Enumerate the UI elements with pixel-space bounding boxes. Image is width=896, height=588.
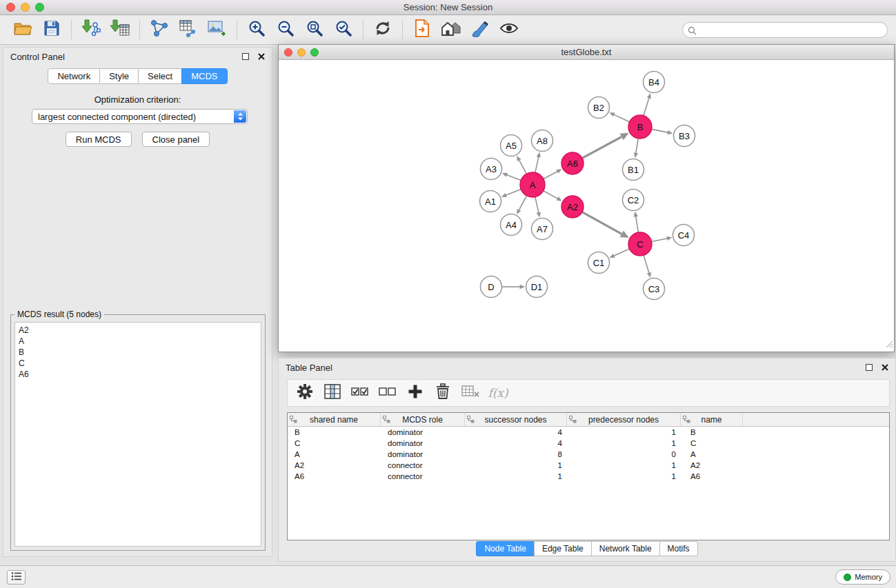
node-table-header: shared nameMCDS rolesuccessor nodesprede… — [288, 413, 889, 427]
float-panel-icon[interactable] — [242, 53, 249, 60]
add-entry-button[interactable] — [405, 383, 426, 403]
graph-edge-A-A6[interactable] — [544, 172, 557, 179]
import-network-button[interactable] — [77, 17, 106, 42]
column-header-name[interactable]: name — [681, 413, 743, 426]
float-table-panel-icon[interactable] — [866, 364, 873, 371]
show-columns-button[interactable] — [322, 383, 343, 403]
column-header-predecessor-nodes[interactable]: predecessor nodes — [567, 413, 681, 426]
graph-edge-A-A2[interactable] — [544, 191, 557, 199]
tab-network[interactable]: Network — [48, 68, 100, 84]
show-hide-graphics-button[interactable] — [495, 17, 524, 42]
column-header-MCDS-role[interactable]: MCDS role — [381, 413, 465, 426]
close-table-panel-icon[interactable] — [882, 364, 888, 371]
tab-style[interactable]: Style — [99, 68, 139, 84]
delete-entry-button[interactable] — [432, 383, 453, 403]
graph-edge-A6-B[interactable] — [582, 137, 621, 159]
open-report-button[interactable] — [408, 17, 437, 42]
graph-edge-A-A7[interactable] — [535, 197, 539, 212]
zoom-fit-button[interactable] — [300, 17, 329, 42]
graph-edge-A-A1[interactable] — [506, 190, 521, 195]
graph-edge-A2-C[interactable] — [582, 212, 621, 234]
home-button[interactable] — [437, 17, 466, 42]
zoom-selected-button[interactable] — [329, 17, 358, 42]
graph-edge-A-A3[interactable] — [507, 175, 521, 181]
graph-edge-A-A5[interactable] — [519, 161, 527, 174]
tab-edge-table[interactable]: Edge Table — [534, 541, 592, 556]
resize-grip-icon[interactable] — [886, 338, 893, 351]
table-panel: Table Panel f(x) shared nameMCDS r — [278, 358, 896, 562]
graph-node-label: A8 — [537, 136, 548, 146]
dropdown-stepper-icon[interactable] — [234, 110, 246, 123]
minimize-window-icon[interactable] — [21, 3, 30, 12]
graph-edge-C-C2[interactable] — [636, 216, 639, 232]
network-canvas[interactable]: B4B2BB3A8A5A6A3B1AC2A1A2A4A7C4CC1DD1C3 — [279, 60, 894, 352]
table-row[interactable]: A2connector11A2 — [288, 460, 889, 471]
column-header-filler — [743, 413, 889, 426]
graph-edge-C-C3[interactable] — [644, 255, 649, 272]
table-cell: 1 — [567, 428, 681, 436]
graph-edge-A-A8[interactable] — [535, 157, 539, 172]
mcds-result-item[interactable]: A — [19, 336, 257, 347]
close-network-window-icon[interactable] — [284, 48, 292, 57]
graph-edge-B-B3[interactable] — [652, 129, 668, 132]
network-from-table-button[interactable] — [174, 17, 203, 42]
deselect-all-button[interactable] — [377, 383, 398, 403]
graph-edge-A-A4[interactable] — [519, 196, 527, 210]
tab-select[interactable]: Select — [138, 68, 182, 84]
close-panel-button[interactable]: Close panel — [142, 132, 210, 147]
function-builder-button[interactable]: f(x) — [488, 383, 508, 403]
show-panel-menu-button[interactable] — [7, 570, 26, 585]
style-brush-button[interactable] — [466, 17, 495, 42]
run-mcds-button[interactable]: Run MCDS — [66, 132, 132, 147]
graph-edge-C-C4[interactable] — [652, 239, 667, 242]
column-header-label: name — [701, 415, 721, 425]
table-row[interactable]: Cdominator41C — [288, 438, 889, 449]
mcds-result-item[interactable]: A6 — [19, 369, 257, 380]
mcds-result-item[interactable]: B — [19, 347, 257, 358]
column-header-successor-nodes[interactable]: successor nodes — [465, 413, 567, 426]
table-cell: 8 — [465, 450, 567, 458]
mcds-result-item[interactable]: A2 — [19, 325, 257, 336]
criterion-dropdown[interactable]: largest connected component (directed) — [32, 109, 248, 124]
toolbar-separator — [237, 20, 237, 39]
tab-mcds[interactable]: MCDS — [181, 68, 227, 84]
network-canvas-svg[interactable]: B4B2BB3A8A5A6A3B1AC2A1A2A4A7C4CC1DD1C3 — [279, 60, 894, 352]
zoom-window-icon[interactable] — [35, 3, 44, 12]
tab-node-table[interactable]: Node Table — [476, 541, 535, 556]
mcds-result-item[interactable]: C — [19, 358, 257, 369]
zoom-out-button[interactable] — [271, 17, 300, 42]
zoom-network-window-icon[interactable] — [310, 48, 319, 57]
close-window-icon[interactable] — [6, 3, 15, 12]
minimize-network-window-icon[interactable] — [297, 48, 306, 57]
delete-table-button[interactable] — [460, 383, 481, 403]
table-row[interactable]: Adominator80A — [288, 449, 889, 460]
table-row[interactable]: Bdominator41B — [288, 427, 889, 438]
apply-layout-button[interactable] — [368, 17, 397, 42]
memory-button[interactable]: Memory — [835, 569, 890, 585]
tab-motifs[interactable]: Motifs — [659, 541, 698, 556]
graph-edge-B-B2[interactable] — [614, 114, 629, 121]
table-settings-button[interactable] — [295, 383, 315, 403]
table-cell: connector — [381, 472, 465, 480]
export-image-icon — [208, 20, 227, 39]
graph-edge-B-B1[interactable] — [636, 139, 638, 153]
new-network-button[interactable] — [145, 17, 174, 42]
graph-edge-C-C1[interactable] — [614, 249, 629, 256]
zoom-in-icon — [248, 19, 266, 40]
table-row[interactable]: A6connector11A6 — [288, 471, 889, 482]
graph-node-label: A1 — [485, 196, 496, 207]
graph-edge-arrowhead — [502, 173, 508, 177]
optimization-criterion-label: Optimization criterion: — [3, 94, 272, 105]
close-panel-icon[interactable] — [258, 53, 265, 60]
tab-network-table[interactable]: Network Table — [591, 541, 660, 556]
search-input[interactable] — [682, 22, 888, 38]
table-cell: A — [288, 450, 381, 458]
save-session-button[interactable] — [37, 17, 66, 42]
import-table-button[interactable] — [106, 17, 135, 42]
open-session-button[interactable] — [8, 17, 37, 42]
export-image-button[interactable] — [203, 17, 232, 42]
zoom-in-button[interactable] — [242, 17, 271, 42]
graph-edge-B-B4[interactable] — [644, 98, 649, 115]
select-all-button[interactable] — [350, 383, 370, 403]
column-header-shared-name[interactable]: shared name — [288, 413, 381, 426]
